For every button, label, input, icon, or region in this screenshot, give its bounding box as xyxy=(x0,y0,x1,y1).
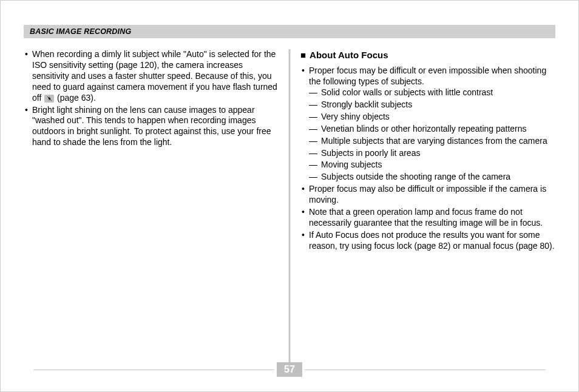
dash-item: Venetian blinds or other horizontally re… xyxy=(309,124,555,135)
left-bullet-2: Bright light shining on the lens can cau… xyxy=(24,105,279,149)
right-bullet-1-text: Proper focus may be difficult or even im… xyxy=(309,66,546,86)
right-bullet-4-text: If Auto Focus does not produce the resul… xyxy=(309,230,555,251)
dash-item: Solid color walls or subjects with littl… xyxy=(309,87,555,98)
left-bullet-1-post: (page 63). xyxy=(57,93,96,103)
flash-off-icon xyxy=(44,95,54,103)
dash-text: Moving subjects xyxy=(321,160,382,169)
about-auto-focus-title: About Auto Focus xyxy=(310,49,388,61)
section-header-title: BASIC IMAGE RECORDING xyxy=(30,27,131,36)
right-bullet-2: Proper focus may also be difficult or im… xyxy=(300,184,555,206)
column-divider xyxy=(289,49,291,365)
page: BASIC IMAGE RECORDING When recording a d… xyxy=(0,0,579,392)
right-bullet-1: Proper focus may be difficult or even im… xyxy=(300,66,555,183)
square-bullet-icon: ■ xyxy=(300,49,306,61)
dash-item: Strongly backlit subjects xyxy=(309,100,555,110)
section-header: BASIC IMAGE RECORDING xyxy=(24,25,555,38)
dash-text: Strongly backlit subjects xyxy=(321,100,412,109)
dash-item: Moving subjects xyxy=(309,160,555,171)
page-number-value: 57 xyxy=(284,364,295,375)
right-bullet-3-text: Note that a green operation lamp and foc… xyxy=(309,207,543,228)
dash-text: Multiple subjects that are varying dista… xyxy=(321,136,547,146)
page-footer: 57 xyxy=(1,362,578,377)
right-bullet-list: Proper focus may be difficult or even im… xyxy=(300,66,555,252)
dash-text: Very shiny objects xyxy=(321,112,390,121)
dash-item: Subjects outside the shooting range of t… xyxy=(309,172,555,183)
dash-item: Subjects in poorly lit areas xyxy=(309,148,555,159)
left-bullet-1: When recording a dimly lit subject while… xyxy=(24,49,279,104)
dash-item: Very shiny objects xyxy=(309,112,555,123)
left-bullet-2-text: Bright light shining on the lens can cau… xyxy=(32,105,271,147)
footer-rule-right xyxy=(305,370,546,370)
right-column: ■ About Auto Focus Proper focus may be d… xyxy=(290,49,555,365)
right-dash-list: Solid color walls or subjects with littl… xyxy=(309,87,555,183)
about-auto-focus-heading: ■ About Auto Focus xyxy=(300,49,555,61)
footer-rule-left xyxy=(33,370,274,370)
left-bullet-list: When recording a dimly lit subject while… xyxy=(24,49,279,148)
right-bullet-3: Note that a green operation lamp and foc… xyxy=(300,207,555,229)
dash-text: Subjects outside the shooting range of t… xyxy=(321,172,510,181)
right-bullet-2-text: Proper focus may also be difficult or im… xyxy=(309,184,546,204)
page-number: 57 xyxy=(277,362,302,377)
dash-text: Subjects in poorly lit areas xyxy=(321,148,420,158)
content-columns: When recording a dimly lit subject while… xyxy=(24,49,555,365)
right-bullet-4: If Auto Focus does not produce the resul… xyxy=(300,230,555,252)
dash-item: Multiple subjects that are varying dista… xyxy=(309,136,555,147)
dash-text: Solid color walls or subjects with littl… xyxy=(321,87,493,97)
left-column: When recording a dimly lit subject while… xyxy=(24,49,290,365)
dash-text: Venetian blinds or other horizontally re… xyxy=(321,124,527,133)
